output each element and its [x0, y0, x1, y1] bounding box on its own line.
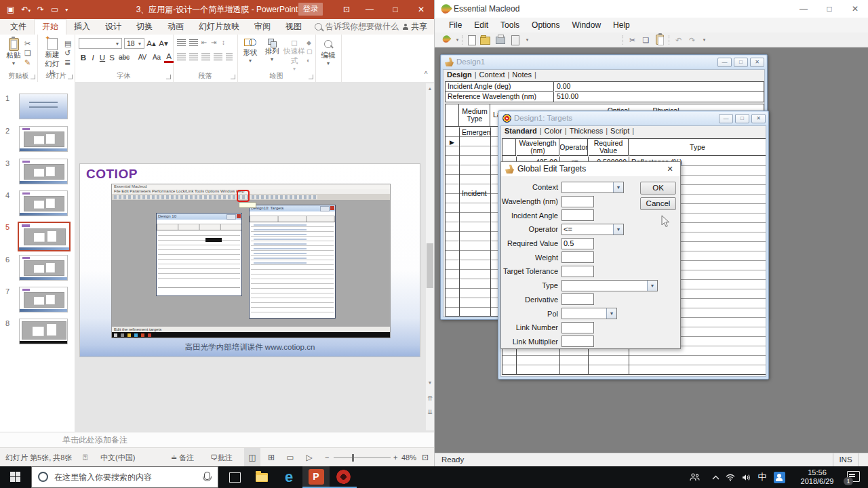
ime-indicator[interactable]: 中	[755, 466, 769, 488]
numbering-button[interactable]	[189, 39, 198, 46]
justify-button[interactable]	[214, 54, 222, 60]
targets-minimize-button[interactable]: —	[719, 114, 733, 123]
targets-tab-script[interactable]: Script	[610, 127, 629, 135]
tray-app-icon[interactable]	[772, 466, 787, 488]
show-hidden-icons-chevron[interactable]	[709, 466, 722, 488]
ok-button[interactable]: OK	[640, 182, 676, 195]
line-spacing-button[interactable]: ↕	[222, 39, 225, 46]
start-button[interactable]	[0, 466, 31, 488]
notes-button[interactable]: ≐ 备注	[171, 448, 194, 467]
close-button[interactable]: ✕	[410, 0, 433, 19]
bold-button[interactable]: B	[79, 52, 88, 63]
slide-sorter-view-button[interactable]: ⊞	[263, 448, 279, 467]
design1-tab-notes[interactable]: Notes	[512, 70, 532, 79]
fit-slide-to-window-icon[interactable]: ⊡	[422, 448, 429, 467]
character-spacing-button[interactable]: AV	[136, 52, 149, 63]
menu-help[interactable]: Help	[607, 18, 636, 33]
slide-thumbnail-7[interactable]	[19, 287, 68, 312]
print-icon[interactable]	[494, 35, 506, 45]
scrollbar-thumb[interactable]	[427, 243, 433, 288]
slide-thumbnail-6[interactable]	[19, 255, 68, 281]
macleod-close-button[interactable]: ✕	[842, 0, 868, 18]
tab-view[interactable]: 视图	[278, 19, 309, 35]
format-painter-button[interactable]: ✎	[24, 58, 31, 67]
columns-button[interactable]	[226, 54, 233, 60]
slideshow-view-button[interactable]: ▷	[301, 448, 317, 467]
tab-design[interactable]: 设计	[98, 19, 129, 35]
slides-dialog-launcher-icon[interactable]	[68, 75, 73, 79]
scroll-down-icon[interactable]: ▼	[426, 379, 434, 387]
file-explorer-button[interactable]	[248, 466, 275, 488]
font-name-combo[interactable]: ▼	[79, 38, 122, 49]
underline-button[interactable]: U	[98, 52, 107, 63]
change-case-button[interactable]: Aa	[151, 52, 163, 63]
derivative-input[interactable]	[561, 293, 594, 305]
tab-file[interactable]: 文件	[3, 19, 34, 35]
align-left-button[interactable]	[177, 54, 186, 60]
drawing-dialog-launcher-icon[interactable]	[309, 75, 313, 79]
volume-icon[interactable]	[739, 466, 753, 488]
scroll-up-icon[interactable]: ▲	[426, 85, 434, 93]
slide-thumbnail-5-selected[interactable]	[18, 222, 71, 251]
zoom-out-button[interactable]: −	[325, 448, 329, 467]
spellcheck-icon[interactable]: ⍰	[83, 448, 87, 467]
grow-font-button[interactable]: A▴	[146, 38, 156, 49]
shrink-font-button[interactable]: A▾	[159, 38, 168, 49]
toolbar-caret3-icon[interactable]: ▾	[698, 35, 710, 45]
login-button[interactable]: 登录	[298, 3, 323, 16]
materials-icon[interactable]	[440, 35, 452, 45]
tab-home[interactable]: 开始	[34, 19, 66, 35]
slide-thumbnail-8[interactable]	[19, 319, 68, 344]
microphone-icon[interactable]	[204, 472, 210, 480]
slide-thumbnail-2[interactable]	[19, 126, 68, 152]
clipboard-dialog-launcher-icon[interactable]	[31, 75, 35, 79]
incident-angle-value[interactable]: 0.00	[555, 82, 764, 92]
link-number-input[interactable]	[561, 322, 594, 333]
pol-combo[interactable]: ▼	[561, 308, 617, 319]
wifi-icon[interactable]	[724, 466, 737, 488]
notes-pane[interactable]: 单击此处添加备注	[0, 432, 434, 448]
menu-edit[interactable]: Edit	[468, 18, 494, 33]
align-right-button[interactable]	[201, 54, 210, 60]
previous-slide-icon[interactable]: ⇈	[426, 394, 434, 403]
reading-view-button[interactable]: ▭	[282, 448, 298, 467]
decrease-indent-button[interactable]: ⇤	[201, 39, 207, 46]
targets-tab-thickness[interactable]: Thickness	[570, 127, 604, 135]
taskbar-clock[interactable]: 15:56 2018/6/29	[796, 468, 838, 486]
edge-button[interactable]: e	[275, 466, 302, 488]
design1-close-button[interactable]: ✕	[750, 58, 764, 67]
targets-close-button[interactable]: ✕	[751, 114, 766, 123]
copy-icon[interactable]: ❏	[640, 35, 652, 45]
wavelength-input[interactable]	[561, 196, 594, 207]
language-indicator[interactable]: 中文(中国)	[100, 448, 135, 467]
tab-animations[interactable]: 动画	[160, 19, 191, 35]
slide-thumbnail-1[interactable]	[19, 94, 68, 119]
copy-button[interactable]: ❏	[24, 48, 31, 58]
quick-styles-button[interactable]: ◻ 快速样式 ▾	[282, 39, 307, 72]
targets-tab-color[interactable]: Color	[545, 127, 562, 135]
embedded-screenshot[interactable]: Essential Macleod File Edit Parameters P…	[111, 184, 391, 338]
tab-review[interactable]: 审阅	[247, 19, 278, 35]
paste-button[interactable]: 粘贴 ▾	[5, 38, 22, 66]
font-color-button[interactable]: A	[164, 52, 174, 63]
macleod-maximize-button[interactable]: □	[816, 0, 842, 18]
arrange-button[interactable]: 排列 ▾	[262, 39, 281, 62]
design1-tab-design[interactable]: Design	[447, 70, 472, 79]
powerpoint-taskbar-button[interactable]: P	[302, 466, 330, 488]
design1-titlebar[interactable]: Design1 — □ ✕	[441, 56, 766, 68]
cancel-button[interactable]: Cancel	[640, 197, 676, 210]
share-button[interactable]: 共享	[403, 19, 427, 35]
tab-transitions[interactable]: 切换	[129, 19, 160, 35]
save-icon[interactable]: ▣	[7, 5, 14, 14]
tab-insert[interactable]: 插入	[66, 19, 98, 35]
redo-icon[interactable]: ↷	[686, 35, 698, 45]
taskbar-search-box[interactable]: 在这里输入你要搜索的内容	[31, 466, 218, 488]
operator-combo[interactable]: <=▼	[561, 224, 624, 235]
targets-titlebar[interactable]: Design1: Targets — □ ✕	[499, 112, 768, 125]
design1-minimize-button[interactable]: —	[717, 58, 732, 67]
tab-slideshow[interactable]: 幻灯片放映	[191, 19, 247, 35]
next-slide-icon[interactable]: ⇊	[426, 407, 434, 417]
new-file-icon[interactable]	[466, 35, 477, 45]
shape-fill-outline-effects-icons[interactable]: ◆▢◐	[307, 39, 313, 65]
zoom-slider-thumb[interactable]	[352, 454, 354, 462]
